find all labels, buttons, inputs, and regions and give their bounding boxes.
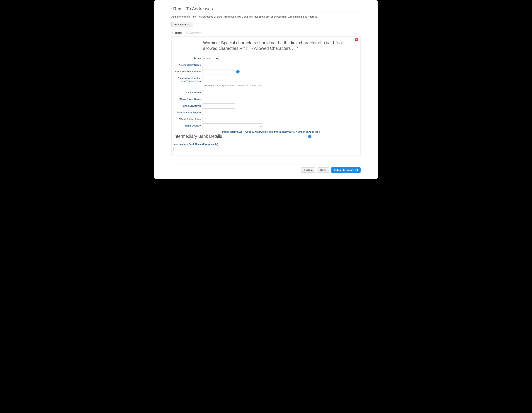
intermediary-bank-name-input[interactable] — [173, 147, 206, 152]
required-star-icon: * — [173, 70, 174, 73]
required-star-icon: * — [186, 91, 187, 94]
bank-street-row: *Bank Street Name — [173, 97, 359, 102]
beneficiary-name-label: Beneficiary Name — [181, 64, 201, 66]
required-indicator-icon: • — [171, 7, 172, 10]
bank-name-row: *Bank Name — [173, 90, 359, 95]
remit-to-address-card: Warning: Special characters should not b… — [171, 36, 361, 156]
active-label: Active — [173, 56, 202, 60]
remit-to-address-subheading: *Remit-To Address — [171, 31, 361, 35]
intermediary-swift-label: Intermediary SWIFT Code (BIC) (If Applic… — [222, 130, 274, 133]
intermediary-row: Intermediary Bank Details Intermediary S… — [173, 130, 359, 139]
save-button[interactable]: Save — [318, 167, 329, 173]
intermediary-iban-col: Intermediary IBAN Number (If Applicable)… — [274, 130, 321, 139]
required-star-icon: * — [175, 111, 176, 114]
bank-account-number-label: Bank Account Number — [175, 70, 201, 73]
bank-city-input[interactable] — [202, 103, 235, 109]
info-icon[interactable]: i — [236, 70, 240, 74]
bank-country-label: Bank Country — [185, 124, 201, 127]
required-star-icon: * — [179, 98, 180, 101]
submit-for-approval-button[interactable]: Submit for Approval — [331, 167, 361, 173]
required-star-icon: * — [171, 31, 173, 35]
bank-account-number-row: *Bank Account Number i — [173, 69, 359, 75]
section-title: Remit-To Addresses — [173, 6, 213, 11]
institution-transit-label: Institution Number and Transit Code — [179, 77, 201, 83]
bank-street-label: Bank Street Name — [180, 98, 201, 101]
bank-name-label: Bank Name — [188, 91, 201, 94]
page-container: • Remit-To Addresses Add one or more Rem… — [154, 0, 378, 179]
decline-button[interactable]: Decline — [301, 167, 315, 173]
active-row: Active Active — [173, 56, 359, 61]
institution-transit-input[interactable] — [202, 76, 235, 81]
remit-to-addresses-heading: • Remit-To Addresses — [171, 6, 361, 13]
institution-transit-row: *Institution Number and Transit Code — [173, 76, 359, 83]
add-remit-to-button[interactable]: Add Remit-To — [171, 22, 193, 27]
intermediary-bank-name-block: Intermediary Bank Name (If Applicable) — [173, 143, 359, 152]
bank-country-select[interactable] — [202, 123, 263, 129]
close-icon[interactable] — [355, 38, 358, 41]
bank-postal-input[interactable] — [202, 117, 235, 122]
footer-actions: Decline Save Submit for Approval — [171, 165, 361, 173]
info-icon[interactable]: i — [308, 135, 312, 138]
intermediary-swift-input[interactable] — [222, 134, 255, 139]
bank-postal-label: Bank Postal Code — [180, 118, 201, 121]
bank-state-label: Bank State or Region — [177, 111, 201, 114]
intermediary-iban-label: Intermediary IBAN Number (If Applicable) — [274, 130, 321, 133]
beneficiary-name-row: *Beneficiary Name — [173, 63, 359, 68]
bank-state-row: *Bank State or Region — [173, 110, 359, 115]
sub-title: Remit-To Address — [173, 31, 201, 35]
required-star-icon: * — [181, 104, 182, 107]
bank-street-input[interactable] — [202, 97, 235, 102]
intermediary-swift-col: Intermediary SWIFT Code (BIC) (If Applic… — [222, 130, 274, 139]
bank-city-row: *Bank City/Town — [173, 103, 359, 109]
required-star-icon: * — [178, 77, 179, 80]
active-select[interactable]: Active — [202, 56, 218, 61]
section-intro-text: Add one or more Remit-To Addresses by ei… — [171, 15, 361, 18]
required-star-icon: * — [184, 124, 185, 127]
intermediary-heading: Intermediary Bank Details — [173, 134, 222, 139]
bank-city-label: Bank City/Town — [183, 104, 201, 107]
intermediary-bank-name-label: Intermediary Bank Name (If Applicable) — [173, 143, 359, 146]
bank-postal-row: *Bank Postal Code — [173, 117, 359, 122]
required-star-icon: * — [179, 118, 180, 121]
bank-account-number-input[interactable] — [202, 69, 235, 75]
required-star-icon: * — [179, 64, 180, 66]
bank-country-row: *Bank Country — [173, 123, 359, 129]
institution-transit-help: "Please provide 9 digits Institution Num… — [203, 84, 359, 87]
beneficiary-name-input[interactable] — [202, 63, 235, 68]
intermediary-iban-input[interactable] — [274, 134, 307, 139]
bank-state-input[interactable] — [202, 110, 235, 115]
bank-name-input[interactable] — [202, 90, 235, 95]
warning-text: Warning: Special characters should not b… — [203, 40, 353, 53]
